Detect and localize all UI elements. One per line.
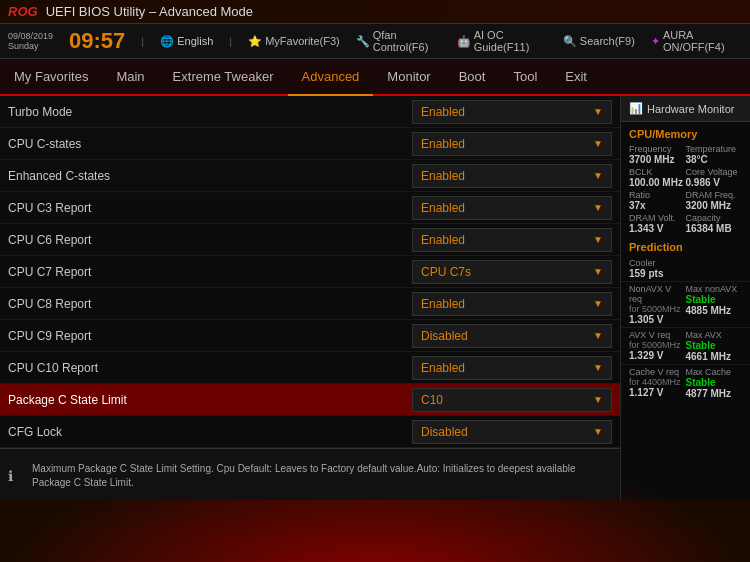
myfavorite-button[interactable]: ⭐ MyFavorite(F3): [248, 35, 340, 48]
language-label: English: [177, 35, 213, 47]
table-row[interactable]: CPU C3 Report Enabled ▼: [0, 192, 620, 224]
cooler-info: Cooler 159 pts: [621, 256, 750, 281]
aioc-button[interactable]: 🤖 AI OC Guide(F11): [457, 29, 547, 53]
date-display: 09/08/2019: [8, 31, 53, 41]
chevron-down-icon: ▼: [593, 394, 603, 405]
cpu-c8-report-dropdown[interactable]: Enabled ▼: [412, 292, 612, 316]
cpu-c7-report-dropdown[interactable]: CPU C7s ▼: [412, 260, 612, 284]
table-row[interactable]: CPU C-states Enabled ▼: [0, 128, 620, 160]
monitor-icon: 📊: [629, 102, 643, 115]
enhanced-c-states-dropdown[interactable]: Enabled ▼: [412, 164, 612, 188]
table-row[interactable]: CPU C8 Report Enabled ▼: [0, 288, 620, 320]
prediction-AVX: AVX V req for 5000MHz 1.329 V Max AVX St…: [621, 327, 750, 364]
hw-data-row: BCLK 100.00 MHz Core Voltage 0.986 V: [621, 166, 750, 189]
nav-monitor[interactable]: Monitor: [373, 59, 444, 94]
hardware-monitor-panel: 📊 Hardware Monitor CPU/Memory Frequency …: [620, 96, 750, 500]
bios-settings-table: Turbo Mode Enabled ▼ CPU C-states Enable…: [0, 96, 620, 448]
nav-my-favorites[interactable]: My Favorites: [0, 59, 102, 94]
info-icon: ℹ: [8, 468, 24, 484]
cpu-c10-report-dropdown[interactable]: Enabled ▼: [412, 356, 612, 380]
cpu-memory-section-title: CPU/Memory: [621, 122, 750, 143]
nav-tool[interactable]: Tool: [499, 59, 551, 94]
table-row[interactable]: CPU C9 Report Disabled ▼: [0, 320, 620, 352]
cpu-c3-report-dropdown[interactable]: Enabled ▼: [412, 196, 612, 220]
qfan-button[interactable]: 🔧 Qfan Control(F6): [356, 29, 441, 53]
main-layout: Turbo Mode Enabled ▼ CPU C-states Enable…: [0, 96, 750, 500]
prediction-nonAVX: NonAVX V req for 5000MHz 1.305 V Max non…: [621, 281, 750, 327]
prediction-section-title: Prediction: [621, 235, 750, 256]
table-row[interactable]: CPU C10 Report Enabled ▼: [0, 352, 620, 384]
chevron-down-icon: ▼: [593, 426, 603, 437]
nav-bar: My Favorites Main Extreme Tweaker Advanc…: [0, 59, 750, 96]
hw-data-row: Frequency 3700 MHz Temperature 38°C: [621, 143, 750, 166]
cpu-c9-report-dropdown[interactable]: Disabled ▼: [412, 324, 612, 348]
chevron-down-icon: ▼: [593, 266, 603, 277]
status-text: Maximum Package C State Limit Setting. C…: [32, 462, 612, 490]
chevron-down-icon: ▼: [593, 298, 603, 309]
table-row[interactable]: CFG Lock Disabled ▼: [0, 416, 620, 448]
table-row[interactable]: CPU C7 Report CPU C7s ▼: [0, 256, 620, 288]
chevron-down-icon: ▼: [593, 234, 603, 245]
time-display: 09:57: [69, 28, 125, 54]
chevron-down-icon: ▼: [593, 138, 603, 149]
app-title: UEFI BIOS Utility – Advanced Mode: [46, 4, 253, 19]
title-bar: ROG UEFI BIOS Utility – Advanced Mode: [0, 0, 750, 24]
rog-logo: ROG: [8, 4, 38, 19]
table-row[interactable]: CPU C6 Report Enabled ▼: [0, 224, 620, 256]
nav-main[interactable]: Main: [102, 59, 158, 94]
status-bar: ℹ Maximum Package C State Limit Setting.…: [0, 448, 620, 500]
table-row[interactable]: Package C State Limit C10 ▼: [0, 384, 620, 416]
chevron-down-icon: ▼: [593, 170, 603, 181]
nav-exit[interactable]: Exit: [551, 59, 601, 94]
table-row[interactable]: Turbo Mode Enabled ▼: [0, 96, 620, 128]
chevron-down-icon: ▼: [593, 330, 603, 341]
info-bar: 09/08/2019 Sunday 09:57 | 🌐 English | ⭐ …: [0, 24, 750, 59]
hardware-monitor-title: 📊 Hardware Monitor: [621, 96, 750, 122]
hw-data-row: DRAM Volt. 1.343 V Capacity 16384 MB: [621, 212, 750, 235]
turbo-mode-dropdown[interactable]: Enabled ▼: [412, 100, 612, 124]
cpu-c6-report-dropdown[interactable]: Enabled ▼: [412, 228, 612, 252]
cfg-lock-dropdown[interactable]: Disabled ▼: [412, 420, 612, 444]
chevron-down-icon: ▼: [593, 106, 603, 117]
chevron-down-icon: ▼: [593, 362, 603, 373]
package-c-state-dropdown[interactable]: C10 ▼: [412, 388, 612, 412]
day-display: Sunday: [8, 41, 39, 51]
aura-button[interactable]: ✦ AURA ON/OFF(F4): [651, 29, 742, 53]
search-button[interactable]: 🔍 Search(F9): [563, 35, 635, 48]
table-row[interactable]: Enhanced C-states Enabled ▼: [0, 160, 620, 192]
chevron-down-icon: ▼: [593, 202, 603, 213]
hw-data-row: Ratio 37x DRAM Freq. 3200 MHz: [621, 189, 750, 212]
prediction-cache: Cache V req for 4400MHz 1.127 V Max Cach…: [621, 364, 750, 401]
nav-boot[interactable]: Boot: [445, 59, 500, 94]
nav-extreme-tweaker[interactable]: Extreme Tweaker: [159, 59, 288, 94]
content-area: Turbo Mode Enabled ▼ CPU C-states Enable…: [0, 96, 620, 500]
cpu-c-states-dropdown[interactable]: Enabled ▼: [412, 132, 612, 156]
nav-advanced[interactable]: Advanced: [288, 59, 374, 96]
language-selector[interactable]: 🌐 English: [160, 35, 213, 48]
